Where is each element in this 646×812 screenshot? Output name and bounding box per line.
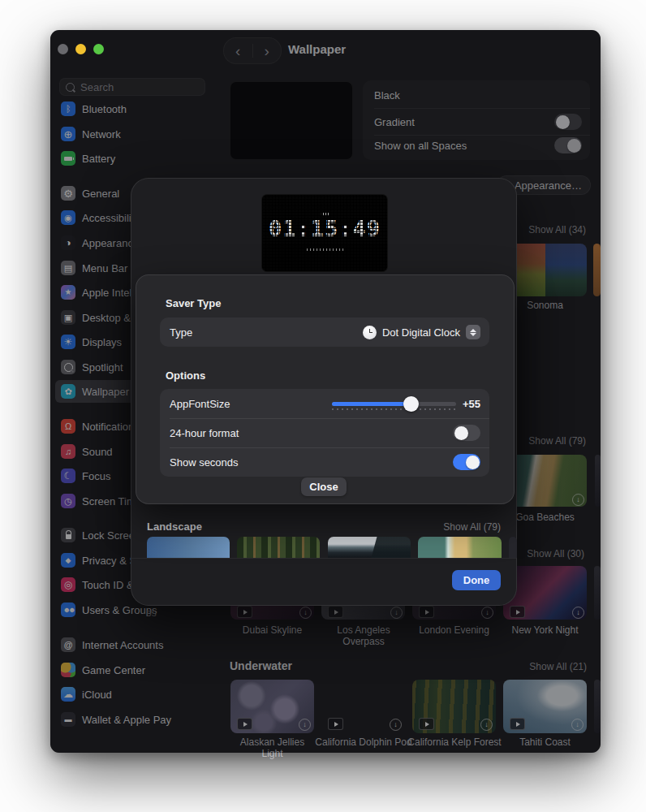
page-title: Wallpaper: [288, 42, 346, 56]
bluetooth-icon: [61, 102, 75, 116]
sidebar-item-battery[interactable]: Battery: [55, 147, 206, 170]
underwater-section-heading: Underwater: [230, 659, 292, 672]
spotlight-icon: [61, 360, 75, 374]
users-icon: [61, 603, 75, 617]
download-icon[interactable]: [572, 494, 584, 506]
show-seconds-label: Show seconds: [170, 456, 239, 469]
download-icon[interactable]: [481, 607, 493, 619]
landscape-thumbnail-forest[interactable]: [237, 537, 320, 558]
tahiti-coast-thumbnail[interactable]: [503, 680, 587, 733]
wallpaper-name-row: Black: [374, 82, 582, 108]
download-icon[interactable]: [390, 719, 402, 731]
show-seconds-toggle[interactable]: [453, 454, 480, 470]
download-icon[interactable]: [572, 607, 584, 619]
download-icon[interactable]: [299, 607, 312, 619]
wallpaper-icon: [61, 384, 75, 399]
play-icon: [328, 606, 343, 618]
kelp-forest-thumbnail[interactable]: [412, 680, 496, 733]
landscape-thumbnail-sky[interactable]: [147, 537, 230, 558]
moon-icon: [61, 469, 75, 483]
sidebar-item-wallet[interactable]: Wallet & Apple Pay: [55, 708, 206, 731]
lock-icon: [61, 528, 75, 542]
partial-thumbnail-label: os: [146, 607, 157, 619]
fingerprint-icon: [61, 577, 75, 592]
spaces-toggle[interactable]: [554, 137, 582, 153]
landscape-thumbnail-partial[interactable]: [509, 537, 517, 558]
play-icon: [419, 718, 434, 730]
show-all-landscape-link[interactable]: Show All (79): [406, 521, 501, 533]
thumbnail-label: London Evening: [412, 624, 496, 636]
thumbnail-label: California Dolphin Pod: [315, 736, 412, 748]
saver-type-heading: Saver Type: [166, 297, 221, 309]
partial-thumbnail[interactable]: [595, 455, 601, 507]
show-seconds-row: Show seconds: [160, 447, 489, 477]
show-all-underwater-link[interactable]: Show All (21): [505, 661, 587, 672]
dolphin-pod-thumbnail[interactable]: [321, 680, 405, 733]
spaces-row: Show on all Spaces: [374, 132, 582, 158]
landscape-section-heading: Landscape: [147, 520, 202, 533]
type-select-row[interactable]: Type Dot Digital Clock: [160, 317, 489, 347]
play-icon: [237, 718, 252, 730]
apple-intelligence-icon: [61, 285, 75, 300]
hour24-toggle[interactable]: [453, 425, 480, 441]
minimize-traffic-light[interactable]: [75, 44, 86, 54]
landscape-thumbnail-mountain[interactable]: [328, 537, 411, 558]
download-icon[interactable]: [390, 607, 403, 619]
gear-icon: [61, 186, 75, 201]
hour24-row: 24-hour format: [160, 418, 489, 447]
font-size-slider[interactable]: [332, 400, 456, 408]
partial-thumbnail[interactable]: [594, 566, 601, 620]
sidebar-item-icloud[interactable]: iCloud: [55, 683, 206, 706]
search-icon: [66, 83, 75, 92]
font-size-value: +55: [463, 398, 480, 410]
download-icon[interactable]: [480, 719, 493, 731]
play-icon: [419, 606, 434, 618]
display-icon: [61, 335, 75, 349]
close-traffic-light[interactable]: [58, 44, 68, 54]
zoom-traffic-light[interactable]: [93, 44, 104, 54]
type-label: Type: [170, 326, 192, 339]
sidebar-item-bluetooth[interactable]: Bluetooth: [55, 97, 206, 120]
slider-fill: [332, 402, 411, 406]
bell-icon: [61, 419, 75, 434]
game-center-icon: [61, 663, 75, 677]
play-icon: [510, 606, 525, 618]
search-input[interactable]: [79, 80, 187, 94]
appearance-icon: [61, 235, 75, 250]
back-icon[interactable]: ‹: [224, 39, 252, 63]
thumbnail-label: Los Angeles Overpass: [315, 624, 412, 647]
speaker-icon: [61, 444, 75, 459]
screen: ‹ › Wallpaper Bluetooth Network Battery …: [0, 0, 646, 812]
font-size-label: AppFontSize: [170, 398, 230, 410]
privacy-hand-icon: [61, 553, 75, 568]
dock-icon: [61, 310, 75, 325]
gradient-toggle[interactable]: [554, 114, 582, 130]
close-button[interactable]: Close: [301, 477, 347, 496]
gradient-row: Gradient: [374, 109, 582, 135]
sidebar-item-network[interactable]: Network: [55, 123, 206, 145]
alaskan-jellies-thumbnail[interactable]: [230, 680, 314, 733]
slider-thumb[interactable]: [403, 396, 419, 412]
sheet-footer-divider: [131, 558, 516, 559]
wallpaper-options-card: Black Gradient Show on all Spaces: [363, 80, 590, 160]
options-heading: Options: [166, 369, 205, 382]
search-field[interactable]: [59, 78, 205, 96]
partial-thumbnail[interactable]: [593, 244, 601, 296]
forward-icon[interactable]: ›: [253, 39, 282, 63]
menubar-icon: [61, 261, 75, 275]
at-icon: [61, 637, 75, 652]
wallpaper-preview: [230, 81, 353, 160]
hourglass-icon: [61, 494, 75, 508]
download-icon[interactable]: [299, 719, 311, 731]
show-all-dynamic-link[interactable]: Show All (34): [505, 224, 586, 235]
sidebar-item-internet-accounts[interactable]: Internet Accounts: [55, 633, 206, 656]
options-group: AppFontSize +55 24-hour format Show seco…: [160, 389, 489, 477]
sidebar-item-game-center[interactable]: Game Center: [55, 659, 206, 681]
landscape-thumbnail-beach[interactable]: [418, 537, 502, 558]
done-button[interactable]: Done: [452, 570, 501, 590]
screen-saver-preview: 01:15:49: [261, 194, 388, 272]
download-icon[interactable]: [571, 719, 584, 731]
show-all-beach-link[interactable]: Show All (79): [505, 435, 586, 447]
chevron-up-down-icon[interactable]: [466, 325, 480, 339]
partial-thumbnail[interactable]: [594, 680, 601, 733]
